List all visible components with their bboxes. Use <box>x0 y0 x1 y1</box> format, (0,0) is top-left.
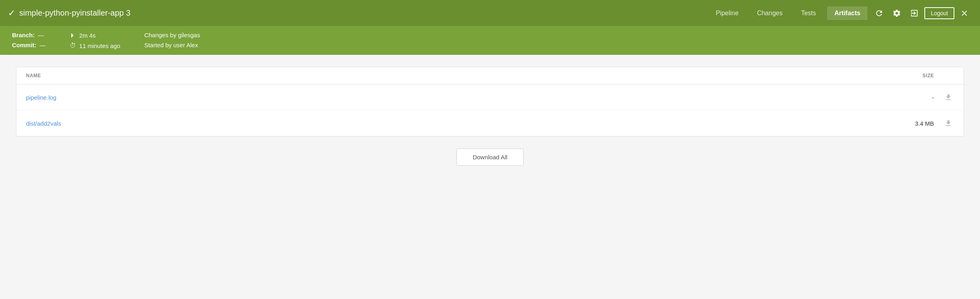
nav-pipeline[interactable]: Pipeline <box>709 6 746 20</box>
download-dist-add2vals-button[interactable] <box>943 118 954 129</box>
branch-row: Branch: — <box>12 32 46 38</box>
app-title: ✓ simple-python-pyinstaller-app 3 <box>8 8 709 18</box>
artifacts-table: NAME SIZE pipeline.log - dist/add2vals 3… <box>16 67 964 136</box>
refresh-button[interactable] <box>872 6 887 20</box>
branch-label: Branch: <box>12 32 35 38</box>
download-all-container: Download All <box>16 148 964 166</box>
logout-button[interactable]: Logout <box>924 7 954 19</box>
navbar: ✓ simple-python-pyinstaller-app 3 Pipeli… <box>0 0 980 26</box>
nav-tests[interactable]: Tests <box>794 6 823 20</box>
nav-changes[interactable]: Changes <box>750 6 790 20</box>
nav-links: Pipeline Changes Tests Artifacts <box>709 6 868 20</box>
time-ago-row: ⏱ 11 minutes ago <box>70 42 120 49</box>
clock-icon: ⏱ <box>70 42 76 49</box>
artifact-download-dist-add2vals <box>934 118 954 129</box>
settings-button[interactable] <box>889 6 904 20</box>
duration-value: 2m 4s <box>79 32 96 39</box>
close-icon <box>960 9 969 18</box>
table-header: NAME SIZE <box>16 67 964 84</box>
artifact-size-dist-add2vals: 3.4 MB <box>874 120 934 127</box>
branch-value: — <box>38 32 44 38</box>
timing-col: ⏵ 2m 4s ⏱ 11 minutes ago <box>70 32 120 49</box>
play-icon: ⏵ <box>70 32 76 39</box>
artifact-name-dist-add2vals[interactable]: dist/add2vals <box>26 120 874 127</box>
table-row: pipeline.log - <box>16 84 964 110</box>
user-col: Changes by gilesgas Started by user Alex <box>144 32 200 48</box>
nav-artifacts[interactable]: Artifacts <box>827 6 868 20</box>
download-icon <box>944 119 952 127</box>
close-button[interactable] <box>957 6 972 20</box>
download-icon <box>944 93 952 101</box>
download-pipeline-log-button[interactable] <box>943 92 954 103</box>
table-row: dist/add2vals 3.4 MB <box>16 110 964 136</box>
changes-by-row: Changes by gilesgas <box>144 32 200 38</box>
commit-row: Commit: — <box>12 42 46 48</box>
artifact-size-pipeline-log: - <box>874 94 934 101</box>
duration-row: ⏵ 2m 4s <box>70 32 120 39</box>
artifact-name-pipeline-log[interactable]: pipeline.log <box>26 94 874 101</box>
refresh-icon <box>875 9 884 18</box>
commit-value: — <box>40 42 46 48</box>
exit-icon <box>910 9 919 18</box>
check-icon: ✓ <box>8 8 15 18</box>
main-content: NAME SIZE pipeline.log - dist/add2vals 3… <box>0 55 980 296</box>
changes-by-value: Changes by gilesgas <box>144 32 200 38</box>
commit-label: Commit: <box>12 42 36 48</box>
started-by-row: Started by user Alex <box>144 42 200 48</box>
col-name-header: NAME <box>26 73 874 78</box>
app-title-text: simple-python-pyinstaller-app 3 <box>19 8 131 18</box>
artifact-download-pipeline-log <box>934 92 954 103</box>
branch-commit-col: Branch: — Commit: — <box>12 32 46 48</box>
started-by-value: Started by user Alex <box>144 42 198 48</box>
col-size-header: SIZE <box>874 73 954 78</box>
signout-icon-button[interactable] <box>907 6 922 20</box>
time-ago-value: 11 minutes ago <box>79 42 120 49</box>
navbar-actions: Logout <box>872 6 972 20</box>
gear-icon <box>892 9 901 18</box>
download-all-button[interactable]: Download All <box>456 148 524 166</box>
subheader: Branch: — Commit: — ⏵ 2m 4s ⏱ 11 minutes… <box>0 26 980 55</box>
